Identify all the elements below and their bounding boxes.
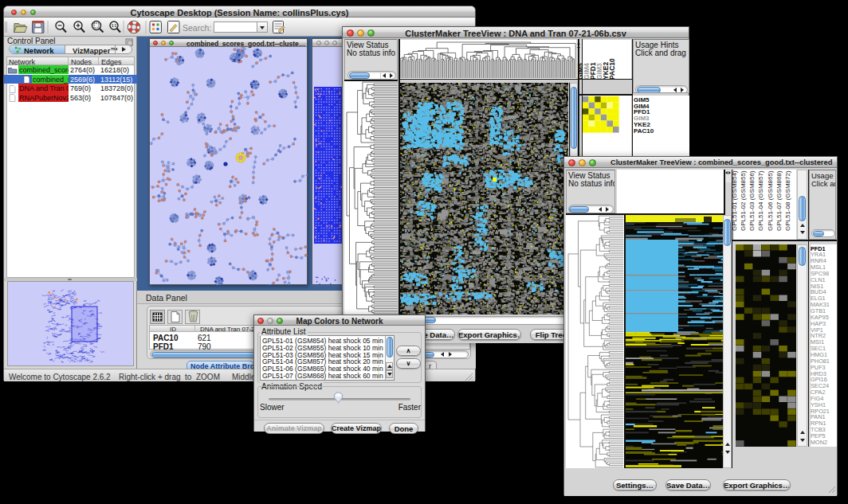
svg-text:1:1: 1:1	[112, 24, 117, 28]
